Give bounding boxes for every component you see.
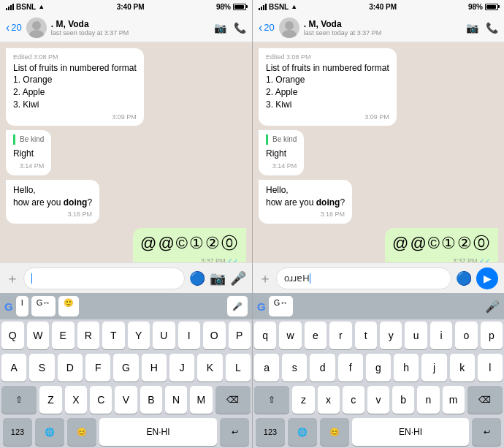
key-m-right[interactable]: m	[443, 386, 465, 414]
key-space-left[interactable]: EN·HI	[99, 418, 217, 446]
key-I-left[interactable]: I	[178, 322, 201, 349]
message-input-left[interactable]	[23, 267, 185, 289]
key-shift-left[interactable]: ⇧	[1, 386, 37, 414]
face-btn-left[interactable]: 🙂	[58, 296, 79, 316]
key-emoji-left[interactable]: 😊	[67, 418, 96, 446]
video-call-icon-left[interactable]: 📷	[214, 22, 226, 34]
key-c-right[interactable]: c	[343, 386, 364, 414]
key-e-right[interactable]: e	[305, 322, 327, 349]
key-w-right[interactable]: w	[279, 322, 301, 349]
key-q-right[interactable]: q	[254, 322, 276, 349]
kb-mic-btn-left[interactable]: 🎤	[227, 296, 248, 316]
key-123-left[interactable]: 123	[3, 418, 32, 446]
chat-header-right: ‹ 20 . M, Voda last seen today at 3:37 P…	[253, 13, 504, 42]
message-input-right[interactable]: oɹɹɐH	[276, 267, 451, 289]
key-Y-left[interactable]: Y	[128, 322, 150, 349]
call-icon-right[interactable]: 📞	[486, 22, 498, 34]
contact-status-right: last seen today at 3:37 PM	[304, 29, 462, 37]
sticker-icon-right[interactable]: 🔵	[456, 270, 472, 286]
key-G-left[interactable]: G	[113, 354, 138, 381]
key-W-left[interactable]: W	[27, 322, 50, 349]
key-delete-right[interactable]: ⌫	[467, 386, 503, 414]
back-button-left[interactable]: ‹ 20	[6, 22, 22, 34]
key-i-right[interactable]: i	[430, 322, 452, 349]
key-j-right[interactable]: j	[421, 354, 446, 381]
key-n-right[interactable]: n	[417, 386, 439, 414]
key-d-right[interactable]: d	[310, 354, 335, 381]
key-space-right[interactable]: EN·HI	[352, 418, 469, 446]
key-t-right[interactable]: t	[355, 322, 377, 349]
key-a-right[interactable]: a	[254, 354, 279, 381]
key-F-left[interactable]: F	[85, 354, 110, 381]
key-g-right[interactable]: g	[366, 354, 391, 381]
battery-fill-right	[486, 5, 496, 9]
back-button-right[interactable]: ‹ 20	[259, 22, 275, 34]
chat-header-left: ‹ 20 . M, Voda last seen today at 3:37 P…	[0, 13, 252, 42]
key-z-right[interactable]: z	[292, 386, 314, 414]
key-l-right[interactable]: l	[478, 354, 503, 381]
key-S-left[interactable]: S	[29, 354, 54, 381]
key-f-right[interactable]: f	[338, 354, 363, 381]
key-D-left[interactable]: D	[58, 354, 83, 381]
key-B-left[interactable]: B	[140, 386, 162, 414]
kb-mic-btn-right[interactable]: 🎤	[485, 300, 500, 314]
key-C-left[interactable]: C	[90, 386, 112, 414]
camera-icon-left[interactable]: 📷	[210, 270, 226, 286]
carrier-left: BSNL	[16, 3, 36, 11]
key-N-left[interactable]: N	[165, 386, 187, 414]
msg-right-text-right: Right	[266, 148, 297, 160]
key-V-left[interactable]: V	[115, 386, 137, 414]
key-U-left[interactable]: U	[153, 322, 175, 349]
cursor-right	[310, 273, 310, 284]
plus-icon-right[interactable]: ＋	[259, 270, 272, 287]
kb-i-btn-left[interactable]: I	[16, 296, 28, 316]
key-L-left[interactable]: L	[226, 354, 251, 381]
video-call-icon-right[interactable]: 📷	[466, 22, 478, 34]
key-y-right[interactable]: y	[380, 322, 402, 349]
key-123-right[interactable]: 123	[256, 418, 285, 446]
key-r-right[interactable]: r	[329, 322, 351, 349]
key-u-right[interactable]: u	[405, 322, 427, 349]
key-k-right[interactable]: k	[450, 354, 475, 381]
kb-toolbar-right: G G↔ 🎤	[253, 293, 504, 319]
key-Z-left[interactable]: Z	[39, 386, 61, 414]
key-A-left[interactable]: A	[1, 354, 26, 381]
key-v-right[interactable]: v	[367, 386, 389, 414]
key-E-left[interactable]: E	[52, 322, 75, 349]
key-J-left[interactable]: J	[169, 354, 194, 381]
wifi-icon-left: ▲	[38, 3, 45, 10]
key-M-left[interactable]: M	[190, 386, 212, 414]
mic-icon-left[interactable]: 🎤	[230, 270, 246, 286]
key-Q-left[interactable]: Q	[1, 322, 24, 349]
key-H-left[interactable]: H	[142, 354, 167, 381]
key-h-right[interactable]: h	[394, 354, 419, 381]
sticker-icon-left[interactable]: 🔵	[189, 270, 205, 286]
key-x-right[interactable]: x	[318, 386, 340, 414]
key-p-right[interactable]: p	[481, 322, 503, 349]
key-shift-right[interactable]: ⇧	[254, 386, 289, 414]
key-emoji-right[interactable]: 😊	[320, 418, 349, 446]
cursor-left	[31, 273, 32, 284]
translate-btn-left[interactable]: G↔	[31, 296, 56, 316]
key-X-left[interactable]: X	[65, 386, 87, 414]
key-globe-right[interactable]: 🌐	[288, 418, 317, 446]
key-globe-left[interactable]: 🌐	[35, 418, 64, 446]
key-P-left[interactable]: P	[229, 322, 251, 349]
key-O-left[interactable]: O	[203, 322, 226, 349]
key-delete-left[interactable]: ⌫	[215, 386, 251, 414]
translate-btn-right[interactable]: G↔	[269, 296, 294, 316]
key-b-right[interactable]: b	[392, 386, 414, 414]
key-return-left[interactable]: ↩	[220, 418, 249, 446]
key-K-left[interactable]: K	[197, 354, 222, 381]
key-return-right[interactable]: ↩	[472, 418, 501, 446]
call-icon-left[interactable]: 📞	[234, 22, 246, 34]
svg-point-2	[285, 21, 294, 30]
key-o-right[interactable]: o	[455, 322, 477, 349]
plus-icon-left[interactable]: ＋	[6, 270, 19, 287]
key-T-left[interactable]: T	[102, 322, 125, 349]
key-R-left[interactable]: R	[77, 322, 100, 349]
google-logo-right[interactable]: G	[257, 300, 266, 313]
google-logo-left[interactable]: G	[4, 300, 13, 313]
send-button-right[interactable]: ▶	[476, 267, 498, 289]
key-s-right[interactable]: s	[282, 354, 307, 381]
